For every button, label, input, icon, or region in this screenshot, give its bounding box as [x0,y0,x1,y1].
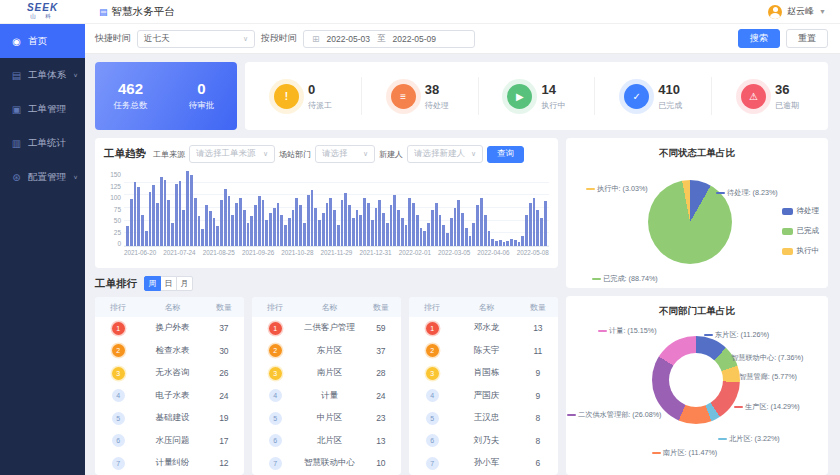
total-tasks-value: 462 [95,80,166,97]
settings-icon: ⊛ [11,172,22,183]
quick-time-select[interactable]: 近七天 ∨ [137,30,255,48]
main-content: 462 任务总数 0 待审批 !0待派工≡38待处理▶14执行中✓410已完成⚠… [85,54,840,475]
x-tick: 2021-12-31 [359,249,391,256]
rank-badge: 7 [269,457,282,470]
y-tick: 150 [110,171,121,178]
bar [284,225,287,246]
sidebar-item-1[interactable]: ◉首页 [0,24,85,58]
rank-name: 王汉忠 [455,412,518,424]
rank-badge: 5 [269,412,282,425]
user-avatar[interactable] [768,5,782,19]
table-row: 5王汉忠8 [409,407,558,430]
leader-line [652,452,661,454]
bar [446,233,449,246]
rank-badge: 4 [269,389,282,402]
table-row: 1换户外表37 [95,317,244,340]
reset-button[interactable]: 重置 [786,29,828,48]
rank-table-1: 排行名称数量1换户外表372检查水表303无水咨询264电子水表245基础建设1… [95,297,244,475]
table-row: 7计量纠纷12 [95,452,244,475]
sidebar-item-2[interactable]: ▤工单体系∨ [0,58,85,92]
ranking-title: 工单排行 [95,277,137,291]
query-button[interactable]: 查询 [487,146,524,163]
bar [314,208,317,246]
chevron-down-icon: ∨ [363,150,368,158]
sidebar-item-3[interactable]: ▣工单管理 [0,92,85,126]
bar [194,198,197,246]
rank-count: 26 [204,368,244,378]
date-range-picker[interactable]: ⊞ 2022-05-03 至 2022-05-09 [303,30,475,48]
bar [348,205,351,246]
rank-badge: 5 [112,412,125,425]
pie-label-生产区: 生产区: (14.29%) [734,402,800,412]
bar [152,185,155,246]
rank-name: 孙小军 [455,457,518,469]
table-row: 1二供客户管理59 [252,317,401,340]
date-start-value: 2022-05-03 [327,34,370,44]
bar [231,215,234,246]
bar [503,242,506,246]
bar [149,192,152,246]
brand-logo[interactable]: SEEK 山 科 [0,3,85,20]
trend-bar-chart: 1501251007550250 [104,171,549,247]
rank-badge: 6 [112,434,125,447]
bar [277,203,280,246]
rank-badge: 6 [426,434,439,447]
pie-label-已完成: 已完成: (88.74%) [592,274,658,284]
bar [367,203,370,246]
x-tick: 2021-06-20 [124,249,156,256]
ranking-tab-月[interactable]: 月 [176,276,193,291]
bar [235,203,238,246]
calendar-icon: ⊞ [312,34,320,44]
rank-table-2: 排行名称数量1二供客户管理592东片区373南片区284计量245中片区236北… [252,297,401,475]
bar [469,236,472,246]
ranking-tab-周[interactable]: 周 [144,276,161,291]
stat-value: 38 [425,82,449,97]
leader-line [728,376,737,378]
bar [216,226,219,246]
sidebar-item-label: 配置管理 [28,171,66,184]
stats-row: 462 任务总数 0 待审批 !0待派工≡38待处理▶14执行中✓410已完成⚠… [95,62,828,130]
table-row: 5基础建设19 [95,407,244,430]
rank-name: 陈天宇 [455,345,518,357]
legend-item-已完成: 已完成 [782,226,820,236]
creator-select[interactable]: 请选择新建人 ∨ [407,145,483,163]
rank-name: 计量纠纷 [141,457,204,469]
rank-count: 6 [518,458,558,468]
sidebar-item-5[interactable]: ⊛配置管理∨ [0,160,85,194]
chevron-down-icon: ∨ [73,174,78,180]
bar [344,193,347,246]
rank-name: 中片区 [298,412,361,424]
order-source-select[interactable]: 请选择工单来源 ∨ [189,145,275,163]
bar [450,218,453,246]
bar [329,198,332,246]
pie-label-计量: 计量: (15.15%) [598,326,657,336]
bar [386,223,389,246]
bar [171,223,174,246]
sidebar-item-4[interactable]: ▥工单统计 [0,126,85,160]
rank-count: 23 [361,413,401,423]
table-row: 4严国庆9 [409,385,558,408]
bar [156,203,159,246]
user-menu[interactable]: 赵云峰 ▼ [768,5,840,19]
bar [529,203,532,246]
pie-label-北片区: 北片区: (3.22%) [718,434,780,444]
chevron-down-icon: ∨ [73,72,78,78]
ranking-period-toggle: 周日月 [144,276,193,291]
y-tick: 50 [114,217,121,224]
search-button[interactable]: 搜索 [738,29,780,48]
chevron-down-icon: ∨ [243,35,248,43]
bar [247,223,250,246]
ranking-tab-日[interactable]: 日 [160,276,177,291]
rank-badge: 4 [426,389,439,402]
bar [228,196,231,246]
workbench-icon: ▤ [11,70,22,81]
dept-select[interactable]: 请选择 ∨ [315,145,375,163]
rank-name: 严国庆 [455,390,518,402]
dept-label: 场站部门 [279,149,311,160]
rank-count: 10 [361,458,401,468]
leader-line [592,278,601,280]
rank-name: 邓水龙 [455,322,518,334]
ranking-tables: 排行名称数量1换户外表372检查水表303无水咨询264电子水表245基础建设1… [95,297,558,475]
leader-line [598,330,607,332]
pending-approval-label: 待审批 [166,100,237,112]
